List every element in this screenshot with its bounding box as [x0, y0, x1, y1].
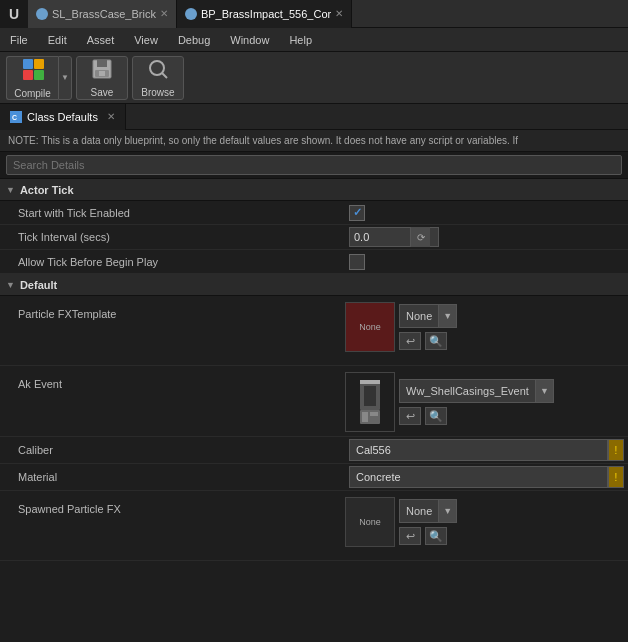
spawned-btn-row: ↩ 🔍: [399, 527, 457, 545]
material-warning-symbol: !: [615, 472, 618, 483]
prop-row-material: Material !: [0, 464, 628, 491]
tab-label-1: SL_BrassCase_Brick: [52, 8, 156, 20]
tab-class-defaults-label: Class Defaults: [27, 111, 98, 123]
prop-value-material: !: [345, 464, 628, 490]
svg-rect-17: [370, 412, 378, 416]
checkbox-tick-enabled[interactable]: [349, 205, 365, 221]
compile-icon: [21, 57, 45, 86]
browse-label: Browse: [141, 87, 174, 98]
caliber-warning-symbol: !: [615, 445, 618, 456]
prop-row-ak-event: Ak Event Ww_ShellCasings_Event: [0, 366, 628, 437]
svg-point-8: [150, 61, 164, 75]
menu-window[interactable]: Window: [220, 28, 279, 52]
caliber-warning-icon: !: [608, 439, 624, 461]
browse-icon: [147, 58, 169, 85]
svg-rect-3: [34, 70, 44, 80]
tab-bp-brassimpact[interactable]: BP_BrassImpact_556_Cor ✕: [177, 0, 352, 28]
class-defaults-icon: C: [10, 111, 22, 123]
prop-label-allow-tick: Allow Tick Before Begin Play: [0, 252, 345, 272]
ak-btn-row: ↩ 🔍: [399, 407, 554, 425]
prop-label-particle-fx: Particle FXTemplate: [0, 300, 345, 324]
asset-picker-top-spawned: None None ▼ ↩ 🔍: [345, 497, 628, 547]
svg-rect-0: [23, 59, 33, 69]
material-textfield[interactable]: [349, 466, 608, 488]
notice-text: NOTE: This is a data only blueprint, so …: [8, 135, 518, 146]
tab-class-defaults-close[interactable]: ✕: [107, 111, 115, 122]
menu-help[interactable]: Help: [279, 28, 322, 52]
ak-thumb-svg: [352, 378, 388, 426]
compile-label: Compile: [14, 88, 51, 99]
spawned-search-btn[interactable]: 🔍: [425, 527, 447, 545]
svg-rect-14: [364, 386, 376, 406]
tick-interval-input[interactable]: ⟳: [349, 227, 439, 247]
section-actor-tick-title: Actor Tick: [20, 184, 74, 196]
tab-icon-2: [185, 8, 197, 20]
tab-close-1[interactable]: ✕: [160, 8, 168, 19]
section-default[interactable]: ▼ Default: [0, 274, 628, 296]
spawned-dropdown-text: None: [400, 505, 438, 517]
prop-label-caliber: Caliber: [0, 440, 345, 460]
title-bar: U SL_BrassCase_Brick ✕ BP_BrassImpact_55…: [0, 0, 628, 28]
prop-value-spawned-particle: None None ▼ ↩ 🔍: [345, 495, 628, 547]
tab-sl-brasscase[interactable]: SL_BrassCase_Brick ✕: [28, 0, 177, 28]
spawned-reset-btn[interactable]: ↩: [399, 527, 421, 545]
svg-rect-5: [97, 60, 107, 67]
svg-rect-1: [34, 59, 44, 69]
svg-rect-7: [99, 71, 105, 76]
particle-search-btn[interactable]: 🔍: [425, 332, 447, 350]
notice-bar: NOTE: This is a data only blueprint, so …: [0, 130, 628, 152]
tab-close-2[interactable]: ✕: [335, 8, 343, 19]
save-icon: [91, 58, 113, 85]
menu-view[interactable]: View: [124, 28, 168, 52]
tab-icon-1: [36, 8, 48, 20]
spawned-controls: None ▼ ↩ 🔍: [399, 499, 457, 545]
ue-logo: U: [0, 0, 28, 28]
tick-interval-field[interactable]: [350, 231, 410, 243]
browse-button[interactable]: Browse: [132, 56, 184, 100]
compile-dropdown-arrow[interactable]: ▼: [58, 56, 72, 100]
compile-button[interactable]: Compile: [6, 56, 58, 100]
asset-thumb-particle: None: [345, 302, 395, 352]
material-warning-icon: !: [608, 466, 624, 488]
ak-reset-btn[interactable]: ↩: [399, 407, 421, 425]
particle-reset-btn[interactable]: ↩: [399, 332, 421, 350]
menu-file[interactable]: File: [0, 28, 38, 52]
tab-label-2: BP_BrassImpact_556_Cor: [201, 8, 331, 20]
tick-interval-spin[interactable]: ⟳: [410, 227, 430, 247]
section-actor-tick[interactable]: ▼ Actor Tick: [0, 179, 628, 201]
prop-value-tick-interval: ⟳: [345, 225, 628, 249]
tab-class-defaults[interactable]: C Class Defaults ✕: [0, 104, 126, 130]
menu-edit[interactable]: Edit: [38, 28, 77, 52]
prop-value-tick-enabled: [345, 203, 628, 223]
menu-debug[interactable]: Debug: [168, 28, 220, 52]
asset-thumb-spawned: None: [345, 497, 395, 547]
compile-btn-group: Compile ▼: [6, 56, 72, 100]
ak-dropdown[interactable]: Ww_ShellCasings_Event ▼: [399, 379, 554, 403]
menu-asset[interactable]: Asset: [77, 28, 125, 52]
checkbox-allow-tick[interactable]: [349, 254, 365, 270]
search-input[interactable]: [6, 155, 622, 175]
prop-label-ak-event: Ak Event: [0, 370, 345, 394]
particle-dropdown-arrow[interactable]: ▼: [438, 305, 456, 327]
caliber-textfield[interactable]: [349, 439, 608, 461]
save-button[interactable]: Save: [76, 56, 128, 100]
prop-label-spawned-particle: Spawned Particle FX: [0, 495, 345, 519]
particle-dropdown[interactable]: None ▼: [399, 304, 457, 328]
svg-text:C: C: [12, 114, 17, 121]
prop-row-spawned-particle: Spawned Particle FX None None ▼ ↩ 🔍: [0, 491, 628, 561]
section-actor-tick-arrow: ▼: [6, 185, 15, 195]
prop-row-allow-tick: Allow Tick Before Begin Play: [0, 250, 628, 274]
ak-dropdown-arrow[interactable]: ▼: [535, 380, 553, 402]
ak-search-btn[interactable]: 🔍: [425, 407, 447, 425]
particle-controls: None ▼ ↩ 🔍: [399, 304, 457, 350]
spawned-dropdown[interactable]: None ▼: [399, 499, 457, 523]
prop-value-allow-tick: [345, 252, 628, 272]
spawned-dropdown-arrow[interactable]: ▼: [438, 500, 456, 522]
prop-value-particle-fx: None None ▼ ↩ 🔍: [345, 300, 628, 352]
prop-row-particle-fx: Particle FXTemplate None None ▼ ↩ 🔍: [0, 296, 628, 366]
caliber-input[interactable]: [350, 444, 607, 456]
particle-btn-row: ↩ 🔍: [399, 332, 457, 350]
prop-row-tick-enabled: Start with Tick Enabled: [0, 201, 628, 225]
material-input[interactable]: [350, 471, 607, 483]
ak-dropdown-text: Ww_ShellCasings_Event: [400, 385, 535, 397]
